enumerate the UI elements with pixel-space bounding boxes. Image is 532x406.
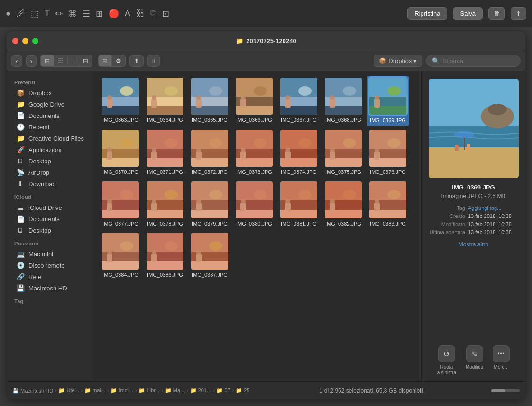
file-item[interactable]: IMG_0369.JPG [367, 76, 409, 126]
file-item[interactable]: IMG_0375.JPG [322, 128, 365, 177]
sidebar-item-applicazioni[interactable]: 🚀 Applicazioni [9, 144, 92, 155]
brush-icon[interactable]: ✏ [55, 9, 63, 19]
close-button[interactable] [12, 38, 18, 44]
ripristina-button[interactable]: Ripristina [407, 7, 447, 20]
file-item[interactable]: IMG_0365.JPG [188, 76, 231, 126]
search-bar[interactable]: 🔍 Ricerca [426, 55, 521, 67]
pen-icon[interactable]: 🖊 [17, 9, 25, 18]
file-item[interactable]: IMG_0384.JPG [99, 231, 142, 280]
file-item[interactable]: IMG_0370.JPG [99, 128, 142, 177]
dropbox-button[interactable]: 📦 Dropbox ▾ [374, 55, 422, 67]
file-name: IMG_0372.JPG [192, 169, 228, 175]
file-item[interactable]: IMG_0378.JPG [144, 180, 186, 229]
bc-macintosh-hd[interactable]: 💾 Macintosh HD [12, 388, 53, 394]
file-item[interactable]: IMG_0387.JPG [188, 231, 231, 280]
font-icon[interactable]: A [125, 9, 130, 18]
file-item[interactable]: IMG_0386.JPG [144, 231, 186, 280]
meta-tag-value[interactable]: Aggiungi tag... [468, 205, 501, 211]
file-item[interactable]: IMG_0368.JPG [322, 76, 365, 126]
forward-button[interactable]: › [26, 55, 37, 67]
mostra-altro-link[interactable]: Mostra altro [459, 241, 488, 248]
back-button[interactable]: ‹ [11, 55, 22, 67]
file-item[interactable]: IMG_0382.JPG [322, 180, 365, 229]
file-item[interactable]: IMG_0366.JPG [233, 76, 275, 126]
svg-point-105 [254, 190, 267, 199]
circle-icon[interactable]: ● [6, 9, 11, 18]
file-item[interactable]: IMG_0379.JPG [188, 180, 231, 229]
file-item[interactable]: IMG_0367.JPG [277, 76, 320, 126]
search-placeholder: Ricerca [442, 57, 463, 64]
layout-icon[interactable]: ⊞ [96, 9, 103, 19]
sidebar-item-google-drive[interactable]: 📁 Google Drive [9, 99, 92, 110]
sidebar-item-disco-remoto[interactable]: 💿 Disco remoto [9, 260, 92, 271]
bc-07[interactable]: 📁 07 [216, 388, 230, 394]
sidebar-item-documents[interactable]: 📄 Documents [9, 110, 92, 121]
file-item[interactable]: IMG_0381.JPG [277, 180, 320, 229]
folder-icon-title: 📁 [236, 37, 243, 45]
file-item[interactable]: IMG_0371.JPG [144, 128, 186, 177]
file-item[interactable]: IMG_0376.JPG [367, 128, 409, 177]
view-column-btn[interactable]: ⫶ [68, 55, 79, 66]
file-item[interactable]: IMG_0383.JPG [367, 180, 409, 229]
svg-point-11 [152, 95, 156, 100]
svg-point-27 [298, 86, 312, 96]
maximize-button[interactable] [32, 38, 38, 44]
sidebar-item-icloud-documents[interactable]: 📄 Documents [9, 213, 92, 225]
upload-button[interactable]: ⬆ [129, 55, 144, 67]
color-icon[interactable]: 🔴 [109, 9, 119, 19]
sidebar-item-dropbox[interactable]: 📦 Dropbox [9, 87, 92, 99]
sidebar-item-macintosh-hd[interactable]: 💾 Macintosh HD [9, 282, 92, 294]
sidebar-item-creative-cloud[interactable]: 📁 Creative Cloud Files [9, 133, 92, 144]
trash-button[interactable]: 🗑 [488, 7, 505, 20]
svg-point-77 [330, 147, 335, 152]
salva-button[interactable]: Salva [453, 7, 483, 20]
bc-201[interactable]: 📁 201... [190, 388, 211, 394]
sidebar-item-desktop[interactable]: 🖥 Desktop [9, 155, 92, 167]
bc-libr[interactable]: 📁 Libr... [138, 388, 159, 394]
text-icon[interactable]: T [45, 9, 50, 18]
stamp-icon[interactable]: ⌘ [68, 9, 77, 19]
view-list-btn[interactable]: ☰ [54, 55, 68, 66]
icloud-desktop-icon: 🖥 [16, 226, 25, 234]
view-icon-btn[interactable]: ⊞ [41, 55, 54, 66]
sidebar-item-icloud-desktop[interactable]: 🖥 Desktop [9, 225, 92, 236]
file-item[interactable]: IMG_0380.JPG [233, 180, 275, 229]
bc-mai[interactable]: 📁 mai... [84, 388, 105, 394]
link-icon[interactable]: ⛓ [136, 9, 145, 18]
ruota-button[interactable]: ↺ Ruotaa sinistra [437, 345, 456, 376]
meta-modificato-value: 13 feb 2018, 10:38 [468, 221, 512, 227]
file-item[interactable]: IMG_0374.JPG [277, 128, 320, 177]
bc-25[interactable]: 📁 25 [236, 388, 249, 394]
bc-ma[interactable]: 📁 Ma... [165, 388, 185, 394]
icloud-documents-icon: 📄 [16, 215, 25, 223]
file-item[interactable]: IMG_0373.JPG [233, 128, 275, 177]
icloud-drive-icon: ☁ [16, 204, 25, 211]
more-button[interactable]: ••• More... [493, 345, 510, 376]
minimize-button[interactable] [22, 38, 28, 44]
shape-icon[interactable]: ⬚ [31, 9, 39, 19]
file-item[interactable]: IMG_0364.JPG [144, 76, 186, 126]
svg-point-95 [152, 199, 156, 204]
tag-button[interactable]: ⌗ [147, 55, 160, 67]
copy-icon[interactable]: ⧉ [150, 9, 156, 18]
file-item[interactable]: IMG_0372.JPG [188, 128, 231, 177]
modifica-button[interactable]: ✎ Modifica [466, 345, 483, 376]
bc-ute[interactable]: 📁 Ute... [58, 388, 79, 394]
sidebar-item-rete[interactable]: 🔗 Rete [9, 271, 92, 282]
view-gallery-btn[interactable]: ⊟ [79, 55, 92, 66]
svg-point-23 [241, 95, 246, 100]
macintosh-hd-icon: 💾 [16, 284, 25, 292]
file-item[interactable]: IMG_0363.JPG [99, 76, 142, 126]
file-item[interactable]: IMG_0377.JPG [99, 180, 142, 229]
sidebar-item-icloud-drive[interactable]: ☁ iCloud Drive [9, 202, 92, 213]
share-button[interactable]: ⬆ [511, 7, 526, 20]
bc-imm[interactable]: 📁 Imm... [110, 388, 133, 394]
view-options-btn[interactable]: ⚙ [112, 55, 125, 66]
sidebar-item-download[interactable]: ⬇ Download [9, 178, 92, 189]
sidebar-item-recenti[interactable]: 🕐 Recenti [9, 121, 92, 133]
crop-icon[interactable]: ⊡ [162, 9, 169, 19]
list-icon[interactable]: ☰ [83, 9, 90, 19]
sidebar-item-airdrop[interactable]: 📡 AirDrop [9, 167, 92, 178]
view-grid-btn[interactable]: ⊞ [99, 55, 112, 66]
sidebar-item-mac-mini[interactable]: 💻 Mac mini [9, 248, 92, 260]
